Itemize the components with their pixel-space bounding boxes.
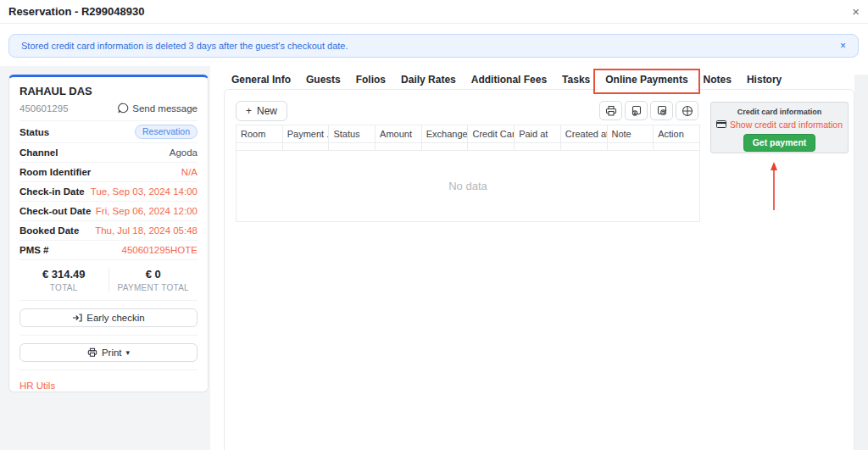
tab-folios[interactable]: Folios	[348, 70, 393, 90]
status-badge: Reservation	[135, 125, 198, 139]
tab-additional-fees[interactable]: Additional Fees	[464, 70, 554, 90]
printer-icon	[87, 347, 97, 358]
guest-name: RAHAUL DAS	[19, 85, 198, 97]
tab-notes[interactable]: Notes	[696, 70, 739, 90]
sign-in-icon	[72, 313, 82, 323]
tab-tasks[interactable]: Tasks	[554, 70, 598, 90]
column-header-action[interactable]: Action	[654, 125, 700, 143]
table-empty-row: No data	[236, 151, 700, 222]
get-payment-button[interactable]: Get payment	[743, 134, 816, 152]
filter-cell[interactable]	[282, 143, 329, 151]
field-row-booked-date: Booked Date Thu, Jul 18, 2024 05:48	[19, 220, 198, 240]
print-button[interactable]: Print ▾	[19, 343, 198, 362]
filter-cell[interactable]	[329, 143, 376, 151]
grid-export-data-button[interactable]	[650, 101, 673, 120]
column-header-amount[interactable]: Amount	[376, 125, 422, 143]
banner-close-icon[interactable]: ×	[840, 40, 846, 52]
right-scroll-track[interactable]	[854, 75, 868, 450]
tab-online-payments[interactable]: Online Payments	[598, 70, 695, 90]
send-message-label: Send message	[132, 103, 198, 114]
modal-titlebar: Reservation - R299048930 ×	[0, 0, 868, 24]
tab-daily-rates[interactable]: Daily Rates	[393, 70, 464, 90]
guest-id: 450601295	[19, 103, 69, 114]
tab-guests[interactable]: Guests	[298, 70, 348, 90]
reservation-summary-card: RAHAUL DAS 450601295 Send message Status…	[8, 75, 209, 392]
page-title: Reservation - R299048930	[8, 0, 144, 24]
field-row-room-identifier: Room Identifier N/A	[19, 162, 198, 181]
filter-cell[interactable]	[515, 143, 561, 151]
column-header-room[interactable]: Room	[236, 125, 283, 143]
new-payment-button[interactable]: + New	[236, 101, 287, 121]
field-row-status: Status Reservation	[19, 120, 198, 142]
hr-utils-link[interactable]: HR Utils	[19, 381, 55, 391]
table-header-row: Room Payment ... Status Amount Exchange.…	[236, 125, 700, 143]
filter-cell[interactable]	[607, 143, 654, 151]
chat-icon	[118, 103, 129, 114]
online-payments-panel: + New Room Payment ...	[224, 89, 854, 450]
credit-card-icon	[716, 120, 726, 128]
filter-cell[interactable]	[468, 143, 515, 151]
detail-tabs: General Info Guests Folios Daily Rates A…	[224, 70, 789, 90]
show-credit-card-link[interactable]: Show credit card information	[716, 119, 843, 130]
field-row-pms: PMS # 450601295HOTE	[19, 240, 198, 259]
column-header-exchange[interactable]: Exchange...	[421, 125, 468, 143]
credit-card-panel-title: Credit card information	[711, 108, 848, 116]
grid-print-button[interactable]	[599, 101, 622, 120]
filter-cell[interactable]	[560, 143, 607, 151]
column-header-paid-at[interactable]: Paid at	[515, 125, 561, 143]
filter-cell[interactable]	[654, 143, 700, 151]
totals-row: € 314.49 TOTAL € 0 PAYMENT TOTAL	[19, 259, 198, 300]
filter-cell[interactable]	[376, 143, 422, 151]
reservation-fields: Status Reservation Channel Agoda Room Id…	[19, 120, 198, 259]
column-header-created-at[interactable]: Created at	[560, 125, 607, 143]
grid-columns-button[interactable]	[676, 101, 698, 120]
filter-cell[interactable]	[421, 143, 468, 151]
plus-icon: +	[246, 105, 252, 117]
column-header-payment[interactable]: Payment ...	[282, 125, 329, 143]
no-data-message: No data	[236, 151, 700, 222]
modal-close-icon[interactable]: ×	[852, 0, 860, 24]
field-row-checkin-date: Check-in Date Tue, Sep 03, 2024 14:00	[19, 181, 198, 201]
column-header-credit-card[interactable]: Credit Card	[468, 125, 515, 143]
column-header-note[interactable]: Note	[607, 125, 654, 143]
caret-down-icon: ▾	[126, 348, 131, 357]
file-download-icon	[631, 105, 643, 117]
table-columns-icon	[682, 105, 693, 117]
file-sync-icon	[656, 105, 668, 117]
field-row-channel: Channel Agoda	[19, 142, 198, 162]
early-checkin-button[interactable]: Early checkin	[19, 308, 198, 327]
grid-export-file-button[interactable]	[625, 101, 648, 120]
info-banner: Stored credit card information is delete…	[8, 34, 859, 58]
credit-card-info-panel: Credit card information Show credit card…	[710, 102, 849, 153]
total-block: € 314.49 TOTAL	[19, 268, 109, 292]
info-banner-text: Stored credit card information is delete…	[21, 41, 348, 51]
filter-cell[interactable]	[236, 143, 283, 151]
grid-toolbar	[599, 101, 698, 120]
annotation-red-arrow	[768, 162, 780, 211]
tab-general-info[interactable]: General Info	[224, 70, 298, 90]
tab-history[interactable]: History	[739, 70, 789, 90]
send-message-button[interactable]: Send message	[118, 103, 198, 114]
payment-total-block: € 0 PAYMENT TOTAL	[109, 268, 198, 292]
payments-table: Room Payment ... Status Amount Exchange.…	[236, 125, 700, 222]
column-header-status[interactable]: Status	[329, 125, 376, 143]
printer-icon	[605, 105, 617, 117]
field-row-checkout-date: Check-out Date Fri, Sep 06, 2024 12:00	[19, 201, 198, 220]
table-filter-row	[236, 143, 700, 151]
